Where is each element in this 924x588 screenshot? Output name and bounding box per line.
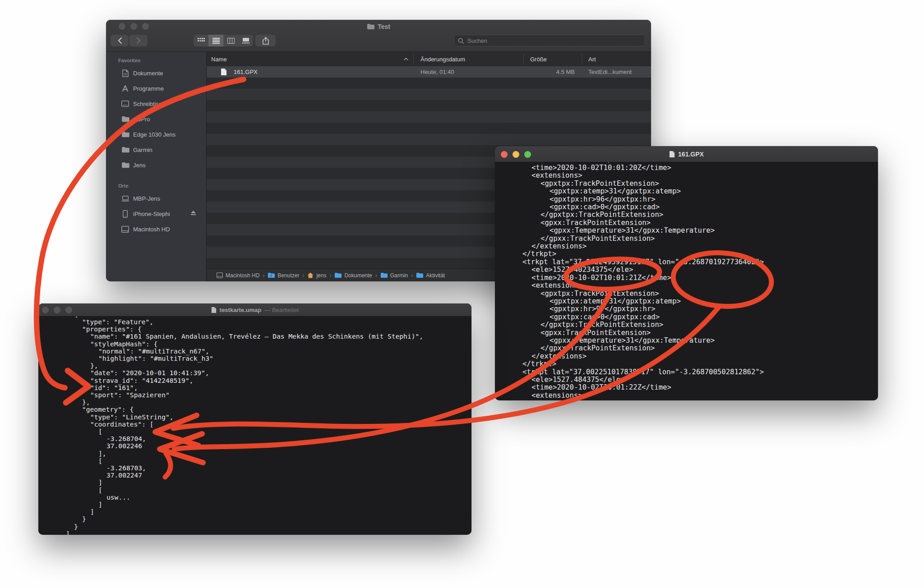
code-line: <extensions> <box>495 282 878 289</box>
minimize-button[interactable] <box>513 151 519 158</box>
column-header-modified[interactable]: Änderungsdatum <box>420 52 465 66</box>
sidebar-item-macintosh-hd[interactable]: Macintosh HD <box>106 221 206 237</box>
code-line: ] <box>38 479 471 486</box>
folder-icon <box>121 147 129 153</box>
path-item-benutzer[interactable]: Benutzer <box>268 272 299 279</box>
code-line: "type": "Feature", <box>38 318 471 326</box>
column-header-name[interactable]: Name <box>211 52 227 66</box>
code-line: "coordinates": [ <box>38 421 471 428</box>
clipped-line: <ele>1527.3203125</ele> <box>495 162 878 164</box>
path-separator: › <box>302 272 304 279</box>
code-line: "strava_id": "4142248519", <box>38 377 471 384</box>
eject-icon[interactable] <box>190 210 196 216</box>
code-line: </gpxtpx:TrackPointExtension> <box>495 321 878 329</box>
sidebar-item-mbp-jens[interactable]: MBP-Jens <box>106 191 206 206</box>
code-line: usw... <box>38 494 471 501</box>
path-item-jens[interactable]: jens <box>307 272 326 279</box>
icon-view-button[interactable] <box>194 35 208 46</box>
path-item-macintosh-hd[interactable]: Macintosh HD <box>217 272 259 279</box>
code-line: <gpxx:TrackPointExtension> <box>495 329 878 337</box>
file-size: 4.5 MB <box>523 66 575 78</box>
path-item-dokumente[interactable]: Dokumente <box>334 272 372 279</box>
path-item-label: Aktivität <box>426 272 445 279</box>
code-line: <extensions> <box>495 172 878 179</box>
sidebar-item-edge-1030-jens[interactable]: Edge 1030 Jens <box>106 127 206 142</box>
path-separator: › <box>263 272 264 279</box>
sidebar-item-iphone-stephi[interactable]: iPhone-Stephi <box>106 206 206 221</box>
code-line: <gpxtpx:TrackPointExtension> <box>495 290 878 298</box>
sidebar-item-programme[interactable]: Programme <box>106 81 206 96</box>
umap-text-area[interactable]: { "type": "Feature","properties": {"name… <box>38 317 471 535</box>
umap-editor-window[interactable]: testkarte.umap — Bearbeitet { "type": "F… <box>38 303 471 535</box>
folder-icon <box>416 272 423 278</box>
folder-icon <box>380 272 388 278</box>
code-line: <gpxx:Temperature>31</gpxx:Temperature> <box>495 337 878 345</box>
column-header-size[interactable]: Größe <box>530 52 547 66</box>
code-line: <ele>1527.484375</ele> <box>495 376 878 384</box>
folder-icon <box>121 131 129 138</box>
sidebar-item-gopro[interactable]: GoPro <box>106 111 206 127</box>
path-item-label: Garmin <box>390 272 408 279</box>
sidebar-favorites-header: Favoriten <box>106 55 206 65</box>
sidebar-item-jens[interactable]: Jens <box>106 157 206 173</box>
document-icon <box>221 66 227 78</box>
sidebar-item-label: Jens <box>133 162 145 169</box>
zoom-button[interactable] <box>65 307 72 313</box>
gpx-editor-window[interactable]: 161.GPX <ele>1527.3203125</ele> <time>20… <box>495 146 878 400</box>
code-line: <trkpt lat="37.002251017838717" lon="-3.… <box>495 368 878 376</box>
code-line: "id": "161", <box>38 384 471 391</box>
code-line: "sport": "Spazieren" <box>38 391 471 399</box>
code-line: ] <box>38 501 471 508</box>
sidebar-item-label: GoPro <box>133 116 150 123</box>
search-input[interactable] <box>467 37 641 45</box>
iphone-icon <box>121 210 129 218</box>
laptop-icon <box>121 196 129 202</box>
sort-ascending-icon[interactable] <box>404 52 408 66</box>
document-icon <box>669 151 675 158</box>
umap-window-title: testkarte.umap <box>220 307 261 313</box>
empty-row <box>207 123 651 134</box>
search-field[interactable] <box>454 35 645 46</box>
path-item-garmin[interactable]: Garmin <box>380 272 408 279</box>
gallery-view-button[interactable] <box>238 35 253 46</box>
column-view-button[interactable] <box>223 35 238 46</box>
code-line: "date": "2020-10-01 10:41:39", <box>38 369 471 377</box>
back-button[interactable] <box>111 35 129 46</box>
gpx-text-area[interactable]: <ele>1527.3203125</ele> <time>2020-10-02… <box>495 162 878 400</box>
sidebar-item-label: Dokumente <box>133 70 163 77</box>
close-button[interactable] <box>501 151 508 158</box>
path-item-aktivitaet[interactable]: Aktivität <box>416 272 445 279</box>
code-line: <ele>1527.40234375</ele> <box>495 266 878 274</box>
gpx-window-title: 161.GPX <box>678 151 704 158</box>
code-line: "geometry": { <box>38 406 471 413</box>
harddrive-icon <box>217 272 223 278</box>
minimize-button[interactable] <box>54 307 60 313</box>
code-line: <ele>1527.3203125</ele> <box>495 162 878 164</box>
empty-row <box>207 100 651 111</box>
desktop-icon <box>121 101 129 107</box>
zoom-button[interactable] <box>524 151 531 158</box>
path-separator: › <box>411 272 413 279</box>
list-view-button[interactable] <box>208 35 223 46</box>
close-button[interactable] <box>42 307 49 313</box>
code-line: } <box>38 515 471 523</box>
share-button[interactable] <box>255 35 276 46</box>
sidebar-item-schreibtisch[interactable]: Schreibtisch <box>106 96 206 111</box>
forward-button[interactable] <box>129 35 148 46</box>
sidebar-item-label: Schreibtisch <box>133 101 165 107</box>
code-line: </gpxx:TrackPointExtension> <box>495 235 878 243</box>
empty-row <box>207 111 651 123</box>
empty-row <box>207 78 651 89</box>
code-line: 37.002246 <box>38 442 471 450</box>
finder-sidebar: Favoriten Dokumente Programme Schreibtis… <box>106 52 207 281</box>
sidebar-item-garmin[interactable]: Garmin <box>106 142 206 157</box>
code-line: }, <box>38 399 471 406</box>
code-line: ], <box>38 450 471 457</box>
finder-title-text: Test <box>378 23 390 30</box>
column-header-kind[interactable]: Art <box>588 52 596 66</box>
sidebar-item-dokumente[interactable]: Dokumente <box>106 65 206 81</box>
code-line: </trkpt> <box>495 360 878 368</box>
file-row-161-gpx[interactable]: 161.GPX Heute, 01:40 4.5 MB TextEdi...ku… <box>207 66 651 78</box>
code-line: { <box>38 317 471 318</box>
sidebar-item-label: Programme <box>133 85 164 92</box>
